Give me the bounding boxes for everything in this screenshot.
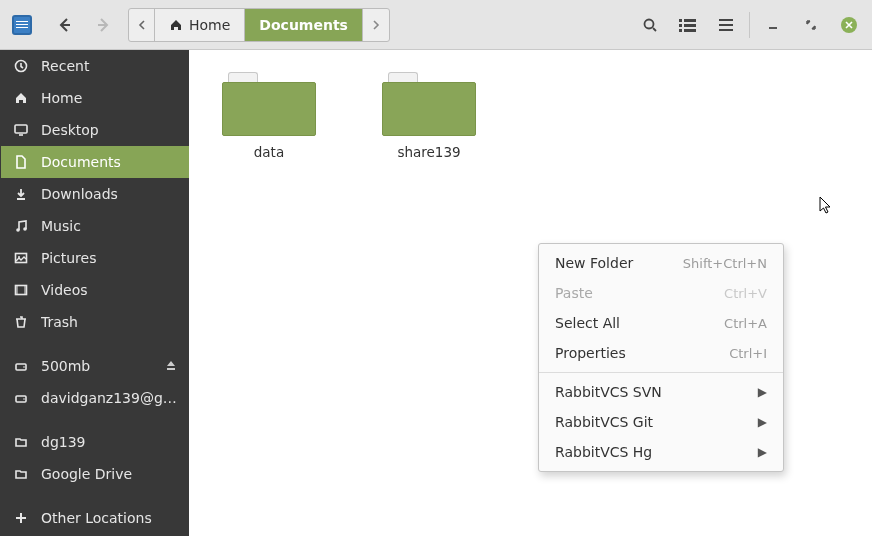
minimize-icon <box>767 19 779 31</box>
music-icon <box>13 219 29 233</box>
cursor-icon <box>819 196 833 216</box>
path-current-label: Documents <box>259 17 348 33</box>
menu-item-properties[interactable]: PropertiesCtrl+I <box>539 338 783 368</box>
context-menu: New FolderShift+Ctrl+NPasteCtrl+VSelect … <box>538 243 784 472</box>
sidebar-item-pictures[interactable]: Pictures <box>1 242 189 274</box>
folder-icon <box>222 72 316 136</box>
content-pane[interactable]: datashare139 New FolderShift+Ctrl+NPaste… <box>189 50 872 536</box>
sidebar-item-label: Downloads <box>41 186 177 202</box>
sidebar-item-videos[interactable]: Videos <box>1 274 189 306</box>
path-bar: Home Documents <box>128 8 390 42</box>
sidebar-item-label: Pictures <box>41 250 177 266</box>
sidebar-item-label: Home <box>41 90 177 106</box>
chevron-right-icon <box>372 20 380 30</box>
sidebar-item-label: Google Drive <box>41 466 177 482</box>
list-view-icon <box>679 18 697 32</box>
sidebar-item-label: Desktop <box>41 122 177 138</box>
folder-item[interactable]: data <box>219 72 319 160</box>
folder-label: data <box>254 144 284 160</box>
maximize-icon <box>805 19 817 31</box>
window-maximize-button[interactable] <box>792 6 830 44</box>
sidebar-item-documents[interactable]: Documents <box>1 146 189 178</box>
eject-icon[interactable] <box>165 358 177 374</box>
menu-item-new-folder[interactable]: New FolderShift+Ctrl+N <box>539 248 783 278</box>
clock-icon <box>13 59 29 73</box>
sidebar-item-recent[interactable]: Recent <box>1 50 189 82</box>
folder-icon <box>13 467 29 481</box>
path-root-button[interactable] <box>129 9 155 41</box>
toolbar-separator <box>749 12 750 38</box>
sidebar-item-label: davidganz139@gm… <box>41 390 177 406</box>
sidebar-item-500mb[interactable]: 500mb <box>1 350 189 382</box>
document-icon <box>13 155 29 169</box>
sidebar-item-google-drive[interactable]: Google Drive <box>1 458 189 490</box>
forward-button[interactable] <box>84 6 122 44</box>
toolbar: Home Documents <box>0 0 872 50</box>
drive-icon <box>13 359 29 373</box>
desktop-icon <box>13 123 29 137</box>
sidebar: RecentHomeDesktopDocumentsDownloadsMusic… <box>0 50 189 536</box>
sidebar-item-label: Trash <box>41 314 177 330</box>
path-segment-current[interactable]: Documents <box>245 9 363 41</box>
sidebar-item-label: Documents <box>41 154 177 170</box>
menu-item-label: Select All <box>555 315 714 331</box>
back-button[interactable] <box>46 6 84 44</box>
close-icon <box>841 17 857 33</box>
menu-item-label: New Folder <box>555 255 673 271</box>
menu-item-rabbitvcs-git[interactable]: RabbitVCS Git▶ <box>539 407 783 437</box>
svg-rect-4 <box>684 24 696 27</box>
chevron-right-icon: ▶ <box>758 445 767 459</box>
svg-rect-3 <box>679 24 682 27</box>
path-home-label: Home <box>189 17 230 33</box>
menu-item-label: Properties <box>555 345 719 361</box>
video-icon <box>13 283 29 297</box>
window-minimize-button[interactable] <box>754 6 792 44</box>
folder-label: share139 <box>397 144 460 160</box>
download-icon <box>13 187 29 201</box>
folder-icon <box>382 72 476 136</box>
svg-point-0 <box>645 19 654 28</box>
svg-rect-5 <box>679 29 682 32</box>
sidebar-item-desktop[interactable]: Desktop <box>1 114 189 146</box>
svg-rect-2 <box>684 19 696 22</box>
hamburger-icon <box>718 18 734 32</box>
menu-item-shortcut: Ctrl+I <box>729 346 767 361</box>
sidebar-item-home[interactable]: Home <box>1 82 189 114</box>
hamburger-menu-button[interactable] <box>707 6 745 44</box>
svg-point-9 <box>16 228 20 232</box>
menu-item-select-all[interactable]: Select AllCtrl+A <box>539 308 783 338</box>
window-close-button[interactable] <box>830 6 868 44</box>
sidebar-item-label: dg139 <box>41 434 177 450</box>
menu-item-rabbitvcs-svn[interactable]: RabbitVCS SVN▶ <box>539 377 783 407</box>
home-icon <box>169 18 183 32</box>
menu-item-shortcut: Shift+Ctrl+N <box>683 256 767 271</box>
chevron-right-icon: ▶ <box>758 415 767 429</box>
search-button[interactable] <box>631 6 669 44</box>
svg-point-17 <box>23 398 25 400</box>
sidebar-item-label: Music <box>41 218 177 234</box>
app-icon <box>12 15 32 35</box>
sidebar-item-other-locations[interactable]: Other Locations <box>1 502 189 534</box>
chevron-left-icon <box>137 20 147 30</box>
sidebar-item-downloads[interactable]: Downloads <box>1 178 189 210</box>
menu-item-paste: PasteCtrl+V <box>539 278 783 308</box>
drive-icon <box>13 391 29 405</box>
menu-item-label: RabbitVCS Git <box>555 414 748 430</box>
folder-item[interactable]: share139 <box>379 72 479 160</box>
sidebar-item-dg139[interactable]: dg139 <box>1 426 189 458</box>
sidebar-item-label: 500mb <box>41 358 153 374</box>
sidebar-item-davidganz139-gm-[interactable]: davidganz139@gm… <box>1 382 189 414</box>
home-icon <box>13 91 29 105</box>
sidebar-item-label: Other Locations <box>41 510 177 526</box>
sidebar-item-label: Recent <box>41 58 177 74</box>
menu-item-shortcut: Ctrl+V <box>724 286 767 301</box>
sidebar-item-trash[interactable]: Trash <box>1 306 189 338</box>
menu-item-rabbitvcs-hg[interactable]: RabbitVCS Hg▶ <box>539 437 783 467</box>
view-toggle-button[interactable] <box>669 6 707 44</box>
svg-rect-6 <box>684 29 696 32</box>
sidebar-item-music[interactable]: Music <box>1 210 189 242</box>
folder-grid: datashare139 <box>189 50 872 182</box>
picture-icon <box>13 251 29 265</box>
path-overflow-button[interactable] <box>363 9 389 41</box>
path-segment-home[interactable]: Home <box>155 9 245 41</box>
